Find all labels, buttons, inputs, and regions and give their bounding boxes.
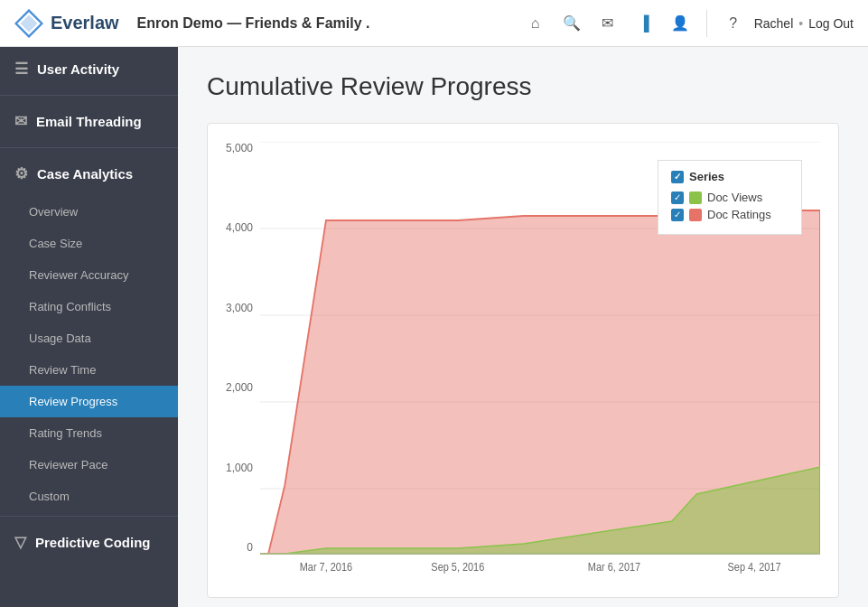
- sidebar-subitem-review-time[interactable]: Review Time: [0, 354, 178, 386]
- legend-title: ✓ Series: [671, 170, 789, 183]
- yaxis-label-4000: 4,000: [226, 221, 253, 234]
- divider-2: [0, 147, 178, 148]
- sidebar-subitem-overview[interactable]: Overview: [0, 196, 178, 228]
- user-area: Rachel • Log Out: [754, 16, 854, 31]
- logo-area: Everlaw: [14, 9, 119, 38]
- sidebar-item-case-analytics[interactable]: ⚙ Case Analytics: [0, 152, 178, 196]
- users-icon[interactable]: 👤: [670, 14, 690, 33]
- analytics-icon[interactable]: ▐: [634, 14, 654, 33]
- sidebar-section-email-threading: ✉ Email Threading: [0, 99, 178, 144]
- sidebar-label-case-analytics: Case Analytics: [37, 166, 133, 182]
- yaxis-label-2000: 2,000: [226, 381, 253, 394]
- svg-text:Mar 6, 2017: Mar 6, 2017: [588, 562, 640, 574]
- legend-series-label: Series: [689, 170, 724, 183]
- sidebar-subitem-case-size[interactable]: Case Size: [0, 228, 178, 259]
- svg-text:Sep 5, 2016: Sep 5, 2016: [431, 562, 484, 574]
- logout-link[interactable]: Log Out: [808, 16, 854, 31]
- main-content: Cumulative Review Progress 5,000 4,000 3…: [178, 47, 868, 607]
- nav-icons: ⌂ 🔍 ✉ ▐ 👤 ?: [526, 10, 743, 37]
- chart-legend: ✓ Series ✓ Doc Views ✓ Doc Ratings: [658, 160, 802, 235]
- logo-icon: [14, 9, 43, 38]
- legend-item-doc-views: ✓ Doc Views: [671, 191, 789, 204]
- legend-doc-views-checkbox[interactable]: ✓: [671, 191, 684, 204]
- legend-item-doc-ratings: ✓ Doc Ratings: [671, 208, 789, 221]
- chart-inner: 5,000 4,000 3,000 2,000 1,000 0: [226, 142, 820, 579]
- search-icon[interactable]: 🔍: [562, 14, 582, 33]
- nav-divider: [706, 10, 707, 37]
- sidebar-subitem-reviewer-accuracy[interactable]: Reviewer Accuracy: [0, 259, 178, 291]
- sidebar-section-user-activity: ☰ User Activity: [0, 47, 178, 91]
- sidebar-label-email-threading: Email Threading: [36, 114, 142, 129]
- sidebar-subitem-review-progress[interactable]: Review Progress: [0, 386, 178, 417]
- chart-container: 5,000 4,000 3,000 2,000 1,000 0: [207, 123, 839, 598]
- svg-text:Sep 4, 2017: Sep 4, 2017: [728, 562, 781, 574]
- svg-text:Mar 7, 2016: Mar 7, 2016: [300, 562, 352, 574]
- sidebar-subitem-custom[interactable]: Custom: [0, 481, 178, 512]
- topnav: Everlaw Enron Demo — Friends & Family . …: [0, 0, 868, 47]
- sidebar-item-email-threading[interactable]: ✉ Email Threading: [0, 99, 178, 144]
- yaxis-label-5000: 5,000: [226, 142, 253, 154]
- mail-icon[interactable]: ✉: [598, 14, 618, 33]
- username: Rachel: [754, 16, 794, 31]
- menu-icon: ☰: [14, 60, 28, 79]
- sidebar-section-predictive-coding: ▽ Predictive Coding: [0, 520, 178, 565]
- sidebar-subitem-rating-trends[interactable]: Rating Trends: [0, 417, 178, 449]
- envelope-icon: ✉: [14, 112, 27, 131]
- project-title: Enron Demo — Friends & Family .: [137, 15, 370, 32]
- help-icon[interactable]: ?: [723, 14, 743, 33]
- yaxis-label-1000: 1,000: [226, 462, 253, 474]
- analytics-nav-icon: ⚙: [14, 164, 28, 183]
- legend-series-checkbox[interactable]: ✓: [671, 171, 684, 183]
- legend-doc-ratings-checkbox[interactable]: ✓: [671, 209, 684, 221]
- logo-text: Everlaw: [51, 13, 119, 33]
- sidebar-item-predictive-coding[interactable]: ▽ Predictive Coding: [0, 520, 178, 565]
- user-dot: •: [798, 16, 803, 31]
- sidebar-subitem-reviewer-pace[interactable]: Reviewer Pace: [0, 449, 178, 481]
- sidebar-subitem-rating-conflicts[interactable]: Rating Conflicts: [0, 291, 178, 322]
- sidebar: ☰ User Activity ✉ Email Threading ⚙ Case…: [0, 47, 178, 607]
- divider-1: [0, 95, 178, 96]
- sidebar-label-user-activity: User Activity: [37, 61, 119, 77]
- legend-doc-ratings-color: [689, 209, 702, 221]
- sidebar-section-case-analytics: ⚙ Case Analytics Overview Case Size Revi…: [0, 152, 178, 512]
- divider-3: [0, 516, 178, 517]
- yaxis-label-3000: 3,000: [226, 302, 253, 314]
- predictive-icon: ▽: [14, 533, 26, 552]
- sidebar-item-user-activity[interactable]: ☰ User Activity: [0, 47, 178, 91]
- page-title: Cumulative Review Progress: [207, 72, 839, 101]
- legend-doc-views-color: [689, 191, 702, 204]
- home-icon[interactable]: ⌂: [526, 14, 546, 33]
- sidebar-subitem-usage-data[interactable]: Usage Data: [0, 322, 178, 354]
- legend-doc-views-label: Doc Views: [707, 191, 762, 204]
- sidebar-label-predictive-coding: Predictive Coding: [35, 535, 151, 550]
- legend-doc-ratings-label: Doc Ratings: [707, 208, 771, 221]
- layout: ☰ User Activity ✉ Email Threading ⚙ Case…: [0, 47, 868, 607]
- chart-yaxis: 5,000 4,000 3,000 2,000 1,000 0: [226, 142, 260, 575]
- yaxis-label-0: 0: [247, 541, 253, 554]
- chart-body: Mar 7, 2016 Sep 5, 2016 Mar 6, 2017 Sep …: [260, 142, 820, 579]
